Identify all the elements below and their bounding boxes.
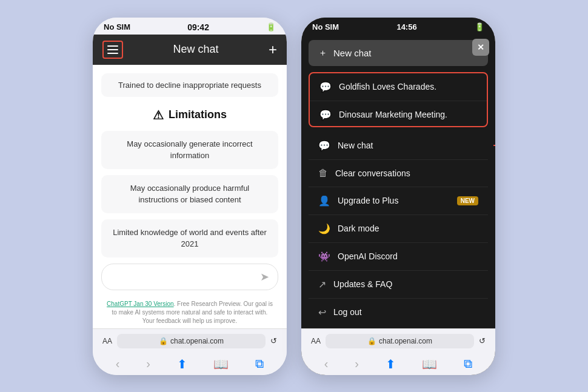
left-status-bar: No SIM 09:42 🔋 [93,18,287,35]
trash-icon: 🗑 [318,168,328,179]
menu-updates-label: Updates & FAQ [333,279,392,289]
right-phone: No SIM 14:56 🔋 ＋ New chat ✕ 💬 Goldfish L… [301,18,495,375]
new-chat-plus-icon: ＋ [318,47,327,59]
right-carrier: No SIM [312,22,339,32]
menu-new-chat-icon: 💬 [318,140,330,151]
menu-updates[interactable]: ↗ Updates & FAQ [309,271,488,299]
menu-discord[interactable]: 👾 OpenAI Discord [309,243,488,271]
new-chat-plus-button[interactable]: + [269,42,277,57]
url-text-right: chat.openai.com [379,337,432,345]
discord-icon: 👾 [318,251,330,262]
menu-clear-conversations[interactable]: 🗑 Clear conversations [309,160,488,187]
safari-url-bar-right[interactable]: AA 🔒 chat.openai.com ↺ [301,328,495,353]
red-arrow [493,141,495,150]
send-icon: ➤ [260,270,269,284]
limit-text-1: May occasionally generate incorrect info… [127,139,252,161]
back-button-left[interactable]: ‹ [116,357,120,371]
logout-icon: ↩ [318,307,326,318]
limitations-header: ⚠ Limitations [101,103,278,125]
arrow-line [493,145,495,146]
menu-upgrade[interactable]: 👤 Upgrade to Plus NEW [309,187,488,215]
forward-button-left[interactable]: › [146,357,150,371]
limit-item-3: Limited knowledge of world and events af… [101,219,278,257]
url-bar-left[interactable]: 🔒 chat.openai.com [117,334,266,348]
limit-text-3: Limited knowledge of world and events af… [113,228,267,249]
new-badge: NEW [457,196,478,205]
hamburger-line-3 [107,53,118,54]
url-bar-right[interactable]: 🔒 chat.openai.com [326,334,474,348]
chat-label-2: Dinosaur Marketing Meeting. [339,110,447,119]
share-button-left[interactable]: ⬆ [177,357,187,371]
bookmarks-button-right[interactable]: 📖 [422,357,437,371]
chatgpt-version-link[interactable]: ChatGPT Jan 30 Version [107,301,173,307]
text-size-button-right[interactable]: AA [311,337,321,345]
bookmarks-button-left[interactable]: 📖 [213,357,229,371]
menu-logout[interactable]: ↩ Log out [309,299,488,326]
reload-button-right[interactable]: ↺ [479,336,486,345]
menu-logout-label: Log out [333,307,362,317]
menu-items-section: 💬 New chat 🗑 Clear conversations 👤 Upgra… [309,132,488,326]
menu-new-chat-label: New chat [338,141,373,150]
footer: ChatGPT Jan 30 Version. Free Research Pr… [101,296,278,328]
moon-icon: 🌙 [318,223,330,234]
trained-box: Trained to decline inappropriate request… [101,73,278,97]
menu-dark-mode[interactable]: 🌙 Dark mode [309,215,488,243]
chat-icon-1: 💬 [319,81,332,93]
menu-upgrade-label: Upgrade to Plus [338,196,398,205]
close-menu-button[interactable]: ✕ [472,39,489,56]
safari-url-bar-left[interactable]: AA 🔒 chat.openai.com ↺ [93,328,287,353]
tabs-button-left[interactable]: ⧉ [255,357,264,371]
lock-icon-left: 🔒 [159,337,168,345]
url-text-left: chat.openai.com [170,337,224,345]
chat-item-1[interactable]: 💬 Goldfish Loves Charades. [310,73,487,101]
dark-menu: No SIM 14:56 🔋 ＋ New chat ✕ 💬 Goldfish L… [301,18,495,375]
back-button-right[interactable]: ‹ [324,357,329,371]
nav-title: New chat [173,43,218,56]
new-chat-label: New chat [333,48,372,58]
left-phone: No SIM 09:42 🔋 New chat + Trained to dec… [93,18,287,375]
reload-button-left[interactable]: ↺ [270,336,277,345]
user-icon: 👤 [318,195,330,207]
main-content-left: Trained to decline inappropriate request… [93,65,287,328]
chat-input[interactable]: ➤ [101,264,278,290]
forward-button-right[interactable]: › [355,357,359,371]
chat-item-2[interactable]: 💬 Dinosaur Marketing Meeting. [310,101,487,127]
menu-discord-label: OpenAI Discord [338,251,398,261]
limit-item-2: May occasionally produce harmful instruc… [101,175,278,213]
left-time: 09:42 [187,22,209,32]
tabs-button-right[interactable]: ⧉ [464,357,472,371]
left-carrier: No SIM [104,22,130,32]
external-link-icon: ↗ [318,279,326,290]
menu-button[interactable] [102,41,123,59]
share-button-right[interactable]: ⬆ [386,357,396,371]
right-status-bar: No SIM 14:56 🔋 [301,18,495,34]
safari-nav-right: ‹ › ⬆ 📖 ⧉ [301,353,495,375]
menu-new-chat[interactable]: 💬 New chat [309,132,488,160]
new-chat-menu-button[interactable]: ＋ New chat ✕ [309,40,488,66]
left-nav-bar: New chat + [93,35,287,65]
right-time: 14:56 [396,22,416,32]
safari-nav-left: ‹ › ⬆ 📖 ⧉ [93,353,287,375]
right-battery: 🔋 [475,22,484,32]
menu-clear-label: Clear conversations [335,168,410,178]
warning-icon: ⚠ [153,108,164,122]
left-status-icons: 🔋 [266,22,276,32]
highlighted-chats-section: 💬 Goldfish Loves Charades. 💬 Dinosaur Ma… [309,72,488,127]
text-size-button-left[interactable]: AA [102,337,112,345]
trained-text: Trained to decline inappropriate request… [118,81,261,90]
menu-dark-mode-label: Dark mode [338,224,379,233]
hamburger-line-2 [107,49,118,50]
limit-text-2: May occasionally produce harmful instruc… [130,184,250,205]
hamburger-line-1 [107,45,118,47]
limitations-title: Limitations [169,108,227,121]
chat-icon-2: 💬 [319,109,332,121]
lock-icon-right: 🔒 [367,337,376,345]
limit-item-1: May occasionally generate incorrect info… [101,131,278,169]
chat-label-1: Goldfish Loves Charades. [339,82,436,91]
